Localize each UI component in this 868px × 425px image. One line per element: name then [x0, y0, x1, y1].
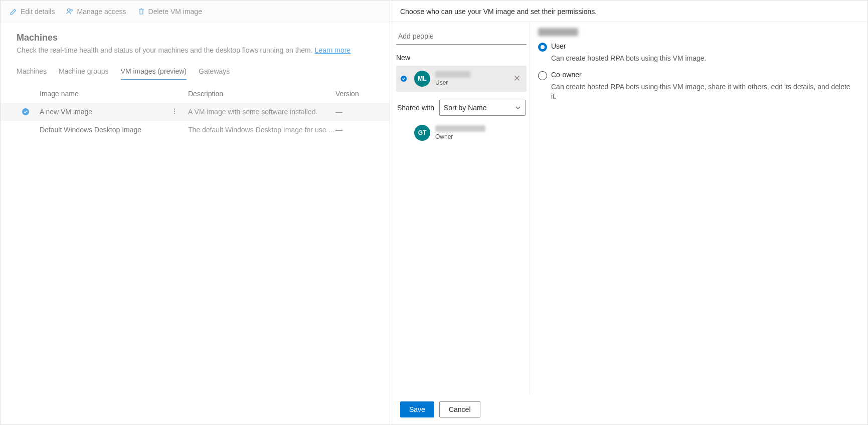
- col-header-version[interactable]: Version: [335, 90, 374, 98]
- new-person-row[interactable]: ML User: [396, 66, 527, 92]
- permission-coowner-desc: Can create hosted RPA bots using this VM…: [538, 82, 857, 102]
- row-desc: A VM image with some software installed.: [188, 108, 335, 116]
- permissions-title-redacted: [538, 28, 578, 36]
- avatar: GT: [414, 125, 430, 141]
- radio-unchecked-icon[interactable]: [538, 71, 547, 80]
- tab-machine-groups[interactable]: Machine groups: [59, 63, 109, 80]
- permission-coowner-option[interactable]: Co-owner: [538, 71, 857, 80]
- person-role: User: [435, 79, 506, 86]
- pencil-icon: [10, 8, 18, 16]
- col-header-desc[interactable]: Description: [188, 90, 335, 98]
- sort-value: Sort by Name: [444, 104, 487, 112]
- main-content: Machines Check the real-time health and …: [1, 23, 390, 81]
- chevron-down-icon: [515, 105, 521, 111]
- edit-details-button[interactable]: Edit details: [6, 6, 59, 18]
- row-name[interactable]: Default Windows Desktop Image: [40, 126, 188, 134]
- row-version: —: [335, 108, 374, 116]
- delete-vm-button[interactable]: Delete VM image: [133, 6, 206, 18]
- row-desc: The default Windows Desktop Image for us…: [188, 126, 335, 134]
- panel-footer: Save Cancel: [390, 394, 867, 424]
- sort-dropdown[interactable]: Sort by Name: [439, 100, 526, 116]
- people-icon: [66, 8, 74, 16]
- main-pane: Edit details Manage access Delete VM ima…: [0, 0, 390, 425]
- new-section-label: New: [396, 54, 527, 62]
- shared-with-label: Shared with: [397, 104, 434, 112]
- tab-machines[interactable]: Machines: [17, 63, 47, 80]
- permissions-column: User Can create hosted RPA bots using th…: [530, 22, 867, 394]
- page-subtitle: Check the real-time health and status of…: [17, 46, 374, 54]
- add-people-input[interactable]: [396, 28, 527, 45]
- permission-user-option[interactable]: User: [538, 42, 857, 52]
- row-more-icon[interactable]: [171, 108, 178, 116]
- manage-access-button[interactable]: Manage access: [62, 6, 130, 18]
- svg-point-5: [174, 113, 175, 114]
- col-header-name[interactable]: Image name: [40, 90, 188, 98]
- person-name-redacted: [435, 71, 470, 78]
- tab-gateways[interactable]: Gateways: [199, 63, 230, 80]
- save-button[interactable]: Save: [400, 401, 434, 417]
- share-panel: Choose who can use your VM image and set…: [390, 0, 868, 425]
- table: Image name Description Version A new VM …: [1, 81, 390, 139]
- table-row[interactable]: A new VM image A VM image with some soft…: [1, 103, 390, 121]
- row-name[interactable]: A new VM image: [40, 108, 188, 116]
- close-icon: [513, 75, 520, 82]
- shared-person-row[interactable]: GT Owner: [396, 120, 527, 146]
- table-row[interactable]: Default Windows Desktop Image The defaul…: [1, 121, 390, 139]
- permission-user-desc: Can create hosted RPA bots using this VM…: [538, 54, 857, 64]
- tabs: Machines Machine groups VM images (previ…: [17, 63, 374, 81]
- permission-user-label: User: [551, 42, 566, 50]
- avatar: ML: [414, 71, 430, 87]
- manage-access-label: Manage access: [77, 8, 126, 16]
- edit-details-label: Edit details: [21, 8, 55, 16]
- people-column: New ML User Shared with Sort by Name: [390, 22, 530, 394]
- learn-more-link[interactable]: Learn more: [315, 46, 351, 54]
- page-title: Machines: [17, 33, 374, 43]
- trash-icon: [137, 8, 145, 16]
- table-header: Image name Description Version: [1, 81, 390, 103]
- radio-checked-icon[interactable]: [538, 43, 547, 52]
- row-version: —: [335, 126, 374, 134]
- svg-point-0: [68, 9, 70, 11]
- permission-coowner-label: Co-owner: [551, 71, 582, 79]
- svg-point-3: [174, 108, 175, 109]
- panel-header: Choose who can use your VM image and set…: [390, 1, 867, 22]
- toolbar: Edit details Manage access Delete VM ima…: [1, 1, 390, 23]
- row-check-icon[interactable]: [22, 108, 40, 116]
- delete-vm-label: Delete VM image: [148, 8, 202, 16]
- tab-vm-images[interactable]: VM images (preview): [121, 63, 187, 80]
- person-name-redacted: [435, 125, 485, 132]
- svg-point-1: [71, 9, 73, 11]
- svg-point-4: [174, 110, 175, 111]
- person-check-icon[interactable]: [400, 75, 409, 82]
- person-role: Owner: [435, 133, 523, 140]
- remove-person-button[interactable]: [511, 73, 523, 85]
- cancel-button[interactable]: Cancel: [439, 401, 480, 417]
